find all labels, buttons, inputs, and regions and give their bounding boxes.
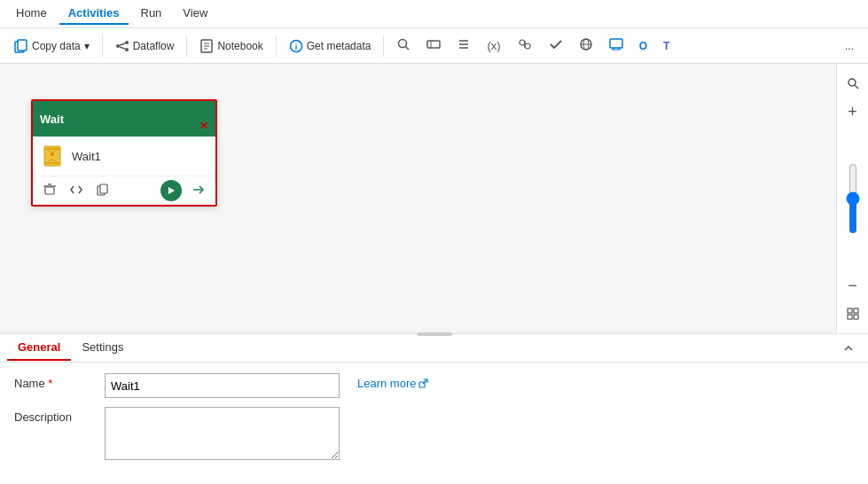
arrow-right-icon[interactable] (189, 182, 208, 200)
collapse-button[interactable] (836, 336, 861, 361)
dataflow-icon (115, 39, 129, 53)
tab-settings[interactable]: Settings (71, 335, 134, 361)
svg-rect-42 (848, 315, 852, 319)
required-indicator: * (48, 377, 52, 390)
copy-icon[interactable] (93, 182, 113, 200)
toolbar-sep-1 (102, 35, 103, 57)
outlook-button[interactable]: O (632, 36, 654, 56)
menu-view[interactable]: View (174, 3, 216, 25)
menu-activities[interactable]: Activities (59, 3, 129, 25)
list-button[interactable] (450, 34, 478, 58)
fit-view-button[interactable] (841, 301, 865, 326)
name-input[interactable] (105, 373, 340, 398)
get-metadata-label: Get metadata (307, 40, 371, 52)
copy-data-dropdown-icon: ▾ (84, 40, 90, 52)
copy-data-button[interactable]: Copy data ▾ (7, 35, 97, 57)
param-icon (517, 37, 533, 54)
status-x-icon[interactable]: ✕ (199, 120, 208, 132)
name-label: Name * (14, 373, 94, 390)
code-icon[interactable] (66, 182, 86, 200)
svg-point-30 (51, 152, 54, 156)
zoom-out-button[interactable]: − (841, 273, 865, 298)
tab-general[interactable]: General (7, 335, 71, 361)
copy-data-label: Copy data (32, 40, 81, 52)
main-area: Wait ✓ ✕ Wait1 (0, 64, 868, 333)
description-input[interactable] (105, 407, 340, 460)
dataflow-label: Dataflow (133, 40, 175, 52)
validate-icon (549, 37, 563, 54)
svg-rect-35 (100, 184, 107, 193)
zoom-slider[interactable] (842, 163, 864, 234)
zoom-in-button[interactable]: + (841, 99, 865, 124)
go-button[interactable] (160, 180, 182, 201)
teams-button[interactable]: T (656, 36, 676, 56)
svg-rect-15 (427, 41, 440, 48)
svg-text:i: i (295, 43, 298, 51)
monitor-button[interactable] (602, 34, 630, 58)
globe-button[interactable] (572, 34, 600, 58)
toolbar-sep-2 (186, 35, 187, 57)
status-check-icon[interactable]: ✓ (199, 105, 208, 118)
menu-run[interactable]: Run (132, 3, 171, 25)
svg-line-5 (120, 43, 125, 45)
more-button[interactable]: ... (838, 36, 861, 56)
more-label: ... (845, 40, 854, 52)
expression-icon: (x) (487, 39, 500, 52)
side-controls: + − (836, 64, 868, 333)
param-button[interactable] (510, 34, 540, 58)
activity-name: Wait1 (72, 150, 208, 163)
svg-rect-40 (848, 308, 852, 313)
expression-button[interactable]: (x) (480, 35, 507, 56)
menu-home[interactable]: Home (7, 3, 56, 25)
svg-marker-36 (168, 187, 175, 194)
teams-icon: T (663, 40, 669, 52)
activity-status: ✓ ✕ (199, 105, 208, 132)
notebook-button[interactable]: Notebook (192, 35, 270, 57)
description-label: Description (14, 407, 94, 424)
toolbar-sep-4 (383, 35, 384, 57)
bottom-panel: General Settings Name * Learn more Descr… (0, 333, 868, 484)
copy-data-icon (14, 39, 28, 53)
svg-point-3 (125, 41, 129, 44)
name-row: Name * Learn more (14, 373, 854, 398)
dataflow-button[interactable]: Dataflow (108, 35, 182, 57)
svg-point-38 (848, 79, 856, 86)
notebook-icon (199, 39, 214, 53)
bottom-tabs: General Settings (0, 334, 868, 363)
delete-icon[interactable] (40, 182, 59, 200)
learn-more-link[interactable]: Learn more (357, 373, 428, 390)
validate-button[interactable] (542, 34, 570, 58)
canvas[interactable]: Wait ✓ ✕ Wait1 (0, 64, 836, 333)
svg-point-20 (520, 40, 525, 45)
pipeline-button[interactable] (419, 34, 448, 58)
svg-rect-26 (610, 39, 622, 48)
toolbar: Copy data ▾ Dataflow Notebook i Get meta… (0, 28, 868, 64)
get-metadata-button[interactable]: i Get metadata (282, 35, 379, 57)
search-button[interactable] (389, 34, 418, 58)
svg-point-21 (525, 43, 530, 49)
svg-rect-41 (854, 308, 858, 313)
activity-header: Wait ✓ ✕ (33, 101, 215, 137)
search-icon (396, 37, 411, 54)
svg-line-6 (120, 47, 125, 49)
svg-rect-43 (854, 315, 858, 319)
zoom-slider-container (842, 128, 864, 269)
pipeline-icon (426, 37, 441, 54)
svg-point-2 (116, 44, 120, 48)
list-icon (457, 37, 471, 54)
svg-line-39 (855, 85, 858, 89)
notebook-label: Notebook (217, 40, 262, 52)
svg-rect-1 (18, 40, 27, 51)
zoom-search-button[interactable] (841, 71, 865, 96)
wait-icon (40, 144, 65, 168)
panel-drag-handle[interactable] (417, 332, 452, 336)
svg-rect-31 (45, 187, 54, 194)
activity-title: Wait (40, 113, 64, 126)
svg-line-14 (406, 47, 410, 51)
monitor-icon (609, 37, 623, 54)
outlook-icon: O (639, 40, 647, 52)
bottom-content: Name * Learn more Description (0, 363, 868, 484)
description-row: Description (14, 407, 854, 460)
toolbar-sep-3 (276, 35, 277, 57)
svg-point-4 (125, 48, 129, 51)
